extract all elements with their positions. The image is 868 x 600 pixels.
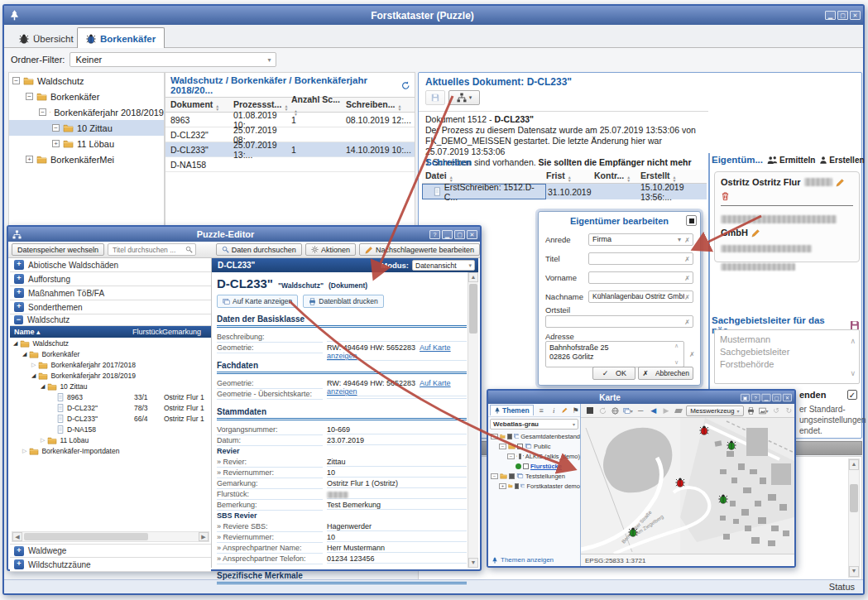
accordion-item-expanded[interactable]: −Waldschutz	[10, 314, 211, 326]
clear-icon[interactable]: ✗	[689, 351, 695, 358]
map-layer-item[interactable]: −ALKIS (alkis_demo)	[491, 451, 580, 461]
column-header[interactable]: Flurstück	[132, 328, 162, 336]
scroll-thumb[interactable]	[24, 533, 148, 540]
clear-icon[interactable]: ✗	[684, 294, 690, 301]
select-tool-icon[interactable]	[584, 406, 595, 416]
erstellen-button[interactable]: Erstellen	[819, 156, 864, 165]
show-on-map-button[interactable]: Auf Karte anzeigen	[217, 295, 298, 308]
collapse-icon[interactable]: −	[12, 77, 20, 84]
info-icon[interactable]: i	[549, 405, 559, 415]
expander-icon[interactable]: ◢	[13, 340, 17, 347]
search-icon[interactable]	[185, 246, 193, 253]
form-scrollbar[interactable]: ▲ ▼	[468, 272, 478, 568]
layer-checkbox[interactable]	[523, 463, 529, 469]
clear-icon[interactable]: ✗	[684, 256, 690, 263]
editor-tree-item[interactable]: ▷Borkenkäferjahr 2017/2018	[10, 359, 211, 370]
map-canvas[interactable]: Bernstädter Straße Am Ziegelberg	[581, 418, 794, 554]
draw-pencil-icon[interactable]	[562, 406, 568, 414]
minimize-icon[interactable]: ▁	[442, 230, 453, 239]
collapse-icon[interactable]: −	[491, 434, 498, 439]
expander-icon[interactable]: ◢	[31, 372, 36, 379]
help-icon[interactable]: ?	[751, 393, 760, 401]
scroll-left-icon[interactable]: ◀	[12, 532, 22, 541]
tree-item[interactable]: −Waldschutz	[9, 73, 164, 89]
editor-tree-item[interactable]: D-CL232"78/3Ostritz Flur 1	[10, 402, 211, 413]
expander-icon[interactable]: ▷	[41, 437, 45, 444]
modus-select[interactable]: Datenansicht▾	[412, 260, 475, 271]
column-header[interactable]: Frist▲▼	[546, 170, 594, 182]
clear-icon[interactable]: ✗	[684, 275, 690, 282]
scroll-right-icon[interactable]: ▶	[199, 532, 209, 541]
column-header[interactable]: Anzahl Sc...▲▼	[291, 94, 346, 116]
schreiben-row-selected[interactable]: ErstSchreiben: 1512.D-C... 31.10.2019 15…	[422, 184, 707, 199]
vertical-scrollbar[interactable]: ▲ ▼	[848, 458, 860, 578]
accordion-item[interactable]: +Abiotische Waldschäden	[10, 258, 211, 272]
tree-item[interactable]: +BorkenkäferMei	[9, 151, 164, 167]
flag-icon[interactable]: ⚑	[571, 405, 580, 415]
scroll-thumb[interactable]	[850, 484, 858, 512]
show-themes-link[interactable]: Themen anzeigen	[492, 556, 554, 564]
accordion-item[interactable]: +Maßnahmen TöB/FA	[10, 286, 211, 300]
datastore-switch-button[interactable]: Datenspeicher wechseln	[12, 243, 104, 256]
vorname-input[interactable]: ✗	[588, 271, 693, 284]
scroll-down-icon[interactable]: ▼	[468, 558, 478, 568]
settings-checkbox[interactable]: ✓	[847, 390, 857, 400]
forward-arrow-icon[interactable]: ▶	[660, 406, 671, 416]
expand-icon[interactable]: +	[52, 140, 60, 147]
close-icon[interactable]: ✕	[467, 230, 477, 239]
close-icon[interactable]: ✕	[850, 11, 861, 20]
adresse-textarea[interactable]: Bahnhofstraße 25 02826 Görlitz	[545, 341, 684, 367]
expander-icon[interactable]: ◢	[22, 351, 26, 358]
editor-tree-item[interactable]: ▷Borkenkäfer-Importdaten	[10, 445, 211, 456]
accordion-item[interactable]: +Waldwege	[10, 544, 211, 558]
accordion-item[interactable]: +Sonderthemen	[10, 300, 211, 314]
map-layer-item[interactable]: −Gesamtdatenbestand	[491, 431, 580, 441]
tree-item[interactable]: +11 Löbau	[9, 136, 164, 151]
ok-button[interactable]: ✓ OK	[592, 367, 635, 380]
horizontal-scrollbar[interactable]: ◀ ▶	[12, 531, 209, 542]
refresh-icon[interactable]	[401, 81, 410, 90]
layer-checkbox[interactable]	[515, 483, 519, 489]
accordion-item[interactable]: +Aufforstung	[10, 272, 211, 286]
basemap-select[interactable]: Webatlas-grau▾	[490, 419, 578, 430]
tab-uebersicht[interactable]: Übersicht	[11, 29, 82, 48]
collapse-icon[interactable]: −	[52, 124, 60, 132]
expander-icon[interactable]: ▷	[31, 362, 36, 368]
tab-borkenkaefer[interactable]: Borkenkäfer	[77, 27, 165, 49]
collapse-icon[interactable]: −	[507, 454, 515, 459]
clear-icon[interactable]: ✗	[684, 319, 690, 326]
main-titlebar[interactable]: Forstkataster (Puzzle) ▁ ▢ ✕	[4, 6, 863, 25]
editor-tree-item[interactable]: D-CL233"66/4Ostritz Flur 1	[10, 413, 211, 424]
ortsteil-input[interactable]: ✗	[545, 315, 693, 328]
expand-icon[interactable]: +	[499, 483, 506, 489]
data-search-button[interactable]: Daten durchsuchen	[216, 243, 302, 256]
line-tool-icon[interactable]: ─	[635, 406, 646, 416]
layer-checkbox[interactable]	[519, 454, 521, 459]
map-layer-item-selected[interactable]: Flurstücke	[491, 461, 580, 471]
column-header[interactable]: Datei▲▼	[422, 170, 546, 182]
column-header[interactable]: Prozessst...▲▼	[233, 99, 291, 111]
map-titlebar[interactable]: Karte ▣ ? ▁ ▢ ✕	[488, 391, 794, 404]
save-button[interactable]	[425, 90, 445, 105]
editor-tree-item[interactable]: ◢Borkenkäfer	[10, 348, 211, 359]
editor-tree-item[interactable]: 896333/1Ostritz Flur 1	[10, 391, 211, 402]
editor-tree-item[interactable]: ◢10 Zittau	[10, 381, 211, 391]
delete-trash-icon[interactable]	[721, 191, 730, 201]
scroll-down-icon[interactable]: ∨	[850, 367, 856, 380]
column-header[interactable]: Dokument▲▼	[165, 99, 233, 111]
scroll-up-icon[interactable]: ▲	[468, 272, 478, 282]
collapse-icon[interactable]: −	[39, 108, 46, 116]
collapse-icon[interactable]: −	[491, 473, 498, 479]
anrede-select[interactable]: Firma▾✗	[588, 233, 693, 246]
help-icon[interactable]: ?	[429, 230, 440, 239]
globe-icon[interactable]	[610, 406, 621, 416]
cancel-button[interactable]: ✗ Abbrechen	[638, 367, 693, 380]
map-layer-item[interactable]: −Public	[491, 441, 580, 451]
expand-icon[interactable]: +	[26, 156, 33, 163]
tree-item[interactable]: −Borkenkäfer	[9, 89, 164, 104]
print-datasheet-button[interactable]: Datenblatt drucken	[303, 295, 383, 308]
close-icon[interactable]	[686, 215, 697, 226]
tree-item-selected[interactable]: −10 Zittau	[9, 120, 164, 136]
measure-tool-button[interactable]: Messwerkzeug▾	[686, 406, 743, 416]
column-header[interactable]: Kontr...▲▼	[594, 170, 640, 182]
